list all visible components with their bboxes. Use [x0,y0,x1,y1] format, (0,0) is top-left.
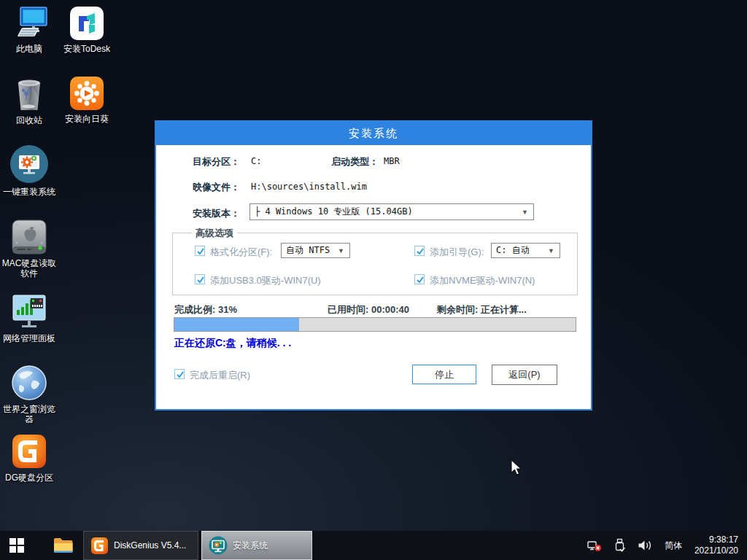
reboot-after-label: 完成后重启(R) [190,369,250,382]
nvme-driver-checkbox[interactable] [414,274,425,284]
format-dropdown[interactable]: 自动 NTFS ▼ [281,243,350,258]
advanced-options-title: 高级选项 [192,227,237,240]
checkmark-icon [416,276,425,284]
checkmark-icon [196,276,205,284]
start-button[interactable] [0,531,34,560]
desktop-icon-label: 安装向日葵 [65,114,109,124]
desktop-icon-mac-disk-reader[interactable]: MAC硬盘读取软件 [1,219,57,279]
desktop-icon-world-window-browser[interactable]: 世界之窗浏览器 [1,365,57,424]
network-disconnected-icon[interactable] [587,539,602,552]
recycle-bin-icon [12,76,46,112]
chevron-down-icon: ▼ [516,209,533,216]
input-method-indicator[interactable]: 简体 [665,540,682,552]
desktop-icon-one-key-reinstall[interactable]: 一键重装系统 [1,144,57,197]
back-button[interactable]: 返回(P) [492,365,557,385]
network-panel-icon [10,294,48,330]
chevron-down-icon: ▼ [543,247,560,254]
reboot-after-checkbox[interactable] [174,369,185,379]
nvme-driver-label: 添加NVME驱动-WIN7(N) [430,274,535,287]
mouse-cursor [511,459,522,480]
chevron-down-icon: ▼ [333,247,349,254]
usb3-driver-label: 添加USB3.0驱动-WIN7(U) [210,274,321,287]
taskbar: DiskGenius V5.4... 安装系统 [0,531,747,560]
image-file-value: H:\sources\install.wim [251,182,367,192]
usb-remove-icon[interactable] [614,538,625,553]
windows-logo-icon [9,538,24,553]
add-boot-dropdown[interactable]: C: 自动 ▼ [491,243,560,258]
elapsed-time-text: 已用时间: 00:00:40 [328,303,409,316]
globe-icon [11,365,47,401]
sunflower-icon [69,76,104,111]
file-explorer-button[interactable] [47,531,80,560]
desktop-icon-label: MAC硬盘读取软件 [1,258,57,279]
desktop-icon-install-sunflower[interactable]: 安装向日葵 [57,76,117,124]
diskgenius-icon [11,433,47,470]
add-boot-label: 添加引导(G): [430,246,484,259]
restore-status-text: 正在还原C:盘，请稍候. . . [174,337,291,350]
folder-icon [53,537,74,554]
system-tray: 简体 9:38:17 2021/10/20 [587,531,747,560]
target-partition-value: C: [251,156,261,166]
clock-time: 9:38:17 [694,534,738,545]
desktop-icon-dg-partition[interactable]: DG硬盘分区 [1,433,57,483]
desktop-icon-label: 此电脑 [16,44,42,54]
format-dropdown-value: 自动 NTFS [282,244,333,257]
boot-type-label: 启动类型： [331,155,379,168]
install-system-dialog: 安装系统 目标分区： C: 启动类型： MBR 映像文件： H:\sources… [155,120,592,411]
diskgenius-icon [90,537,109,555]
image-file-label: 映像文件： [193,181,240,194]
usb3-driver-checkbox[interactable] [195,274,205,284]
progress-bar [174,317,576,332]
format-partition-label: 格式化分区(F): [210,246,272,259]
boot-type-value: MBR [384,156,400,166]
desktop-icon-label: 安装ToDesk [63,44,110,54]
checkmark-icon [416,247,425,256]
taskbar-button-label: 安装系统 [233,540,268,552]
todesk-icon [69,6,104,41]
clock-date: 2021/10/20 [694,545,738,556]
reinstall-system-icon [9,144,49,184]
add-boot-dropdown-value: C: 自动 [492,244,543,257]
desktop-icon-label: DG硬盘分区 [5,472,53,483]
desktop-icon-label: 回收站 [16,115,42,125]
taskbar-button-label: DiskGenius V5.4... [114,540,186,551]
desktop-icon-label: 网络管理面板 [3,333,55,343]
install-system-icon [209,536,228,555]
checkmark-icon [176,370,185,379]
install-version-value: ├ 4 Windows 10 专业版 (15.04GB) [250,206,516,218]
format-partition-checkbox[interactable] [195,246,205,256]
volume-icon[interactable] [638,540,652,551]
remaining-time-text: 剩余时间: 正在计算... [437,303,527,316]
advanced-options-group: 高级选项 格式化分区(F): 自动 NTFS ▼ 添加引导(G): C: 自动 … [172,233,578,295]
mac-disk-icon [11,219,47,255]
taskbar-button-diskgenius[interactable]: DiskGenius V5.4... [83,531,198,560]
desktop-icon-label: 一键重装系统 [3,187,55,197]
taskbar-clock[interactable]: 9:38:17 2021/10/20 [694,534,738,556]
desktop-icon-label: 世界之窗浏览器 [1,404,57,424]
progress-fill [174,318,299,331]
progress-percent-text: 完成比例: 31% [174,303,237,316]
target-partition-label: 目标分区： [193,155,240,168]
desktop-icon-recycle-bin[interactable]: 回收站 [1,76,57,125]
desktop-icon-this-pc[interactable]: 此电脑 [1,6,57,54]
taskbar-button-install-system[interactable]: 安装系统 [201,531,312,560]
desktop-icon-install-todesk[interactable]: 安装ToDesk [57,6,117,54]
install-version-dropdown[interactable]: ├ 4 Windows 10 专业版 (15.04GB) ▼ [249,203,534,220]
add-boot-checkbox[interactable] [414,246,425,256]
stop-button[interactable]: 停止 [412,365,476,384]
desktop: 此电脑 安装ToDesk [0,0,747,560]
desktop-icon-network-panel[interactable]: 网络管理面板 [1,294,57,343]
dialog-title-bar[interactable]: 安装系统 [156,122,591,145]
checkmark-icon [196,247,205,256]
install-version-label: 安装版本： [193,207,240,220]
this-pc-icon [10,6,48,41]
